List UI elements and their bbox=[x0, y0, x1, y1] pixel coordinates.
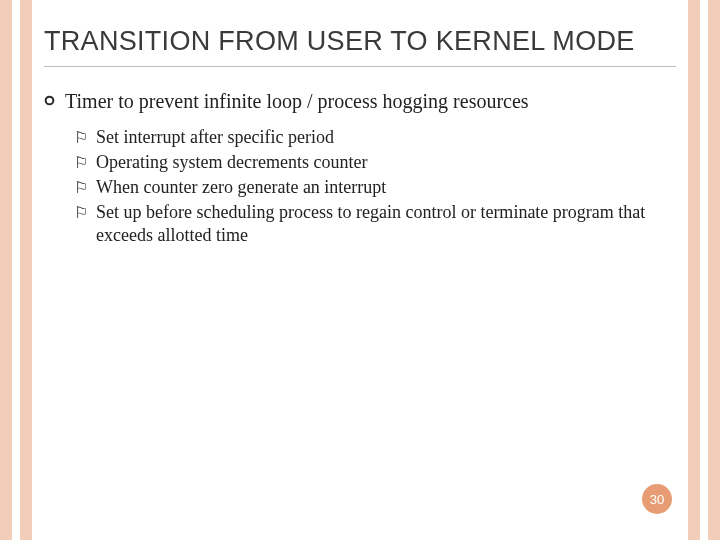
wavy-bullet-icon: ⚐ bbox=[74, 176, 88, 199]
wavy-bullet-icon: ⚐ bbox=[74, 126, 88, 149]
sub-bullet-text: Set up before scheduling process to rega… bbox=[96, 201, 676, 247]
slide-content: TRANSITION FROM USER TO KERNEL MODE Time… bbox=[44, 26, 676, 520]
main-bullet-item: Timer to prevent infinite loop / process… bbox=[44, 89, 676, 114]
sub-bullet-item: ⚐ Set interrupt after specific period bbox=[74, 126, 676, 149]
decorative-stripe-right-inner bbox=[688, 0, 700, 540]
sub-bullet-item: ⚐ Operating system decrements counter bbox=[74, 151, 676, 174]
sub-bullet-list: ⚐ Set interrupt after specific period ⚐ … bbox=[74, 126, 676, 248]
decorative-stripe-left-outer bbox=[0, 0, 12, 540]
decorative-stripe-right-outer bbox=[708, 0, 720, 540]
slide-title: TRANSITION FROM USER TO KERNEL MODE bbox=[44, 26, 676, 67]
decorative-stripe-left-inner bbox=[20, 0, 32, 540]
sub-bullet-text: Operating system decrements counter bbox=[96, 151, 676, 174]
sub-bullet-item: ⚐ Set up before scheduling process to re… bbox=[74, 201, 676, 247]
ring-bullet-icon bbox=[44, 95, 55, 106]
wavy-bullet-icon: ⚐ bbox=[74, 151, 88, 174]
wavy-bullet-icon: ⚐ bbox=[74, 201, 88, 224]
main-bullet-text: Timer to prevent infinite loop / process… bbox=[65, 89, 529, 114]
sub-bullet-text: Set interrupt after specific period bbox=[96, 126, 676, 149]
svg-point-0 bbox=[46, 97, 54, 105]
page-number-badge: 30 bbox=[642, 484, 672, 514]
page-number-text: 30 bbox=[650, 492, 664, 507]
sub-bullet-text: When counter zero generate an interrupt bbox=[96, 176, 676, 199]
sub-bullet-item: ⚐ When counter zero generate an interrup… bbox=[74, 176, 676, 199]
